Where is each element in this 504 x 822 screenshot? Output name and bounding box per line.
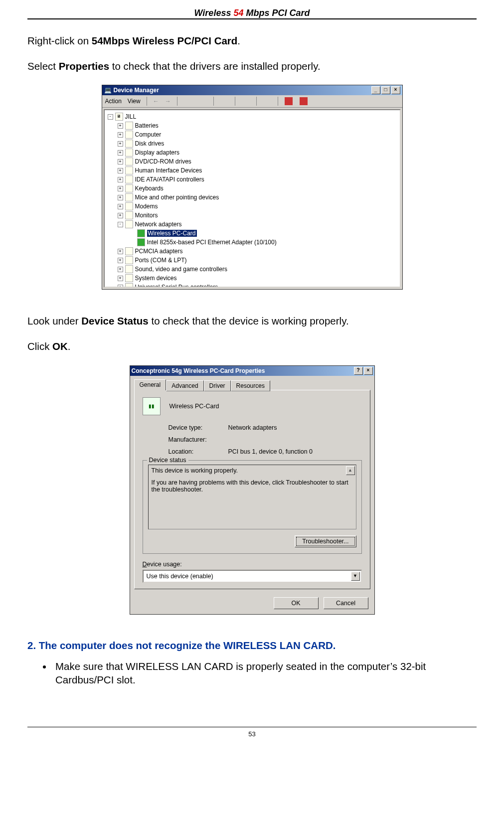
maximize-button[interactable]: □ [381, 86, 390, 94]
item-label: Universal Serial Bus controllers [135, 284, 218, 288]
device-icon [125, 131, 133, 139]
close-button[interactable]: × [391, 86, 400, 94]
tree-item[interactable]: +PCMCIA adapters [108, 247, 400, 256]
device-icon [125, 283, 133, 288]
tree-item[interactable]: +Human Interface Devices [108, 166, 400, 175]
list-item: Make sure that WIRELESS LAN CARD is prop… [52, 659, 477, 687]
figure-device-manager: 💻 Device Manager _ □ × Action View ← → [27, 85, 477, 290]
device-icon [125, 166, 133, 174]
tree-item[interactable]: +Computer [108, 130, 400, 139]
device-usage-select[interactable]: Use this device (enable) ▼ [143, 570, 362, 583]
expand-icon[interactable]: + [118, 150, 123, 156]
expand-icon[interactable]: + [118, 267, 123, 272]
tree-item[interactable]: +Modems [108, 202, 400, 211]
adapter-icon [137, 238, 145, 246]
separator [177, 97, 177, 106]
item-label: DVD/CD-ROM drives [135, 158, 191, 165]
tree-item[interactable]: +DVD/CD-ROM drives [108, 157, 400, 166]
toolbar-icon[interactable] [241, 97, 250, 106]
expand-icon[interactable]: + [118, 249, 123, 254]
tree-item[interactable]: +Ports (COM & LPT) [108, 256, 400, 265]
device-big-icon: ▮▮ [143, 397, 161, 415]
computer-icon: 🖥 [115, 113, 123, 121]
expand-icon[interactable]: + [118, 186, 123, 191]
back-icon[interactable]: ← [153, 98, 159, 105]
tree-item[interactable]: +Monitors [108, 211, 400, 220]
header-suffix: Mbps PCI Card [243, 8, 310, 18]
expand-icon[interactable]: + [118, 285, 123, 288]
expand-icon[interactable]: + [118, 159, 123, 164]
tab-general[interactable]: General [134, 379, 167, 390]
toolbar-icon[interactable] [198, 97, 207, 106]
expand-icon[interactable]: + [118, 195, 123, 200]
forward-icon[interactable]: → [165, 98, 171, 105]
device-icon [125, 122, 133, 130]
device-info: Device type:Network adapters Manufacture… [143, 424, 362, 455]
device-name: Wireless PC-Card [169, 403, 219, 410]
tree-item-selected[interactable]: Wireless PC-Card [108, 229, 400, 238]
device-icon [125, 247, 133, 255]
device-icon [125, 256, 133, 264]
expand-icon[interactable]: + [118, 258, 123, 263]
tree-item[interactable]: +Mice and other pointing devices [108, 193, 400, 202]
tree-item[interactable]: Intel 8255x-based PCI Ethernet Adapter (… [108, 238, 400, 247]
status-line: This device is working properly. [152, 467, 353, 474]
separator [256, 97, 257, 106]
minimize-button[interactable]: _ [371, 86, 380, 94]
tab-resources[interactable]: Resources [231, 380, 270, 391]
txt: Look under [27, 315, 81, 327]
header-highlight: 54 [233, 8, 243, 18]
label-manufacturer: Manufacturer: [168, 436, 228, 443]
device-tree[interactable]: - 🖥 JILL +Batteries +Computer +Disk driv… [104, 109, 401, 288]
status-line: If you are having problems with this dev… [152, 479, 353, 493]
expand-icon[interactable]: + [118, 213, 123, 218]
tree-item[interactable]: +Sound, video and game controllers [108, 265, 400, 274]
expand-icon[interactable]: + [118, 132, 123, 138]
tree-item[interactable]: +Universal Serial Bus controllers [108, 283, 400, 288]
chevron-down-icon[interactable]: ▼ [351, 572, 360, 581]
device-icon [125, 193, 133, 201]
tree-item[interactable]: +Display adapters [108, 148, 400, 157]
toolbar-icon[interactable] [263, 97, 272, 106]
expand-icon[interactable]: + [118, 141, 123, 147]
txt: Select [27, 60, 59, 72]
item-label: Network adapters [135, 221, 182, 228]
tree-item-network[interactable]: -Network adapters [108, 220, 400, 229]
toolbar-icon[interactable] [183, 97, 192, 106]
scroll-up-icon[interactable]: ▲ [346, 466, 355, 475]
item-label: Modems [135, 203, 158, 210]
toolbar-icon[interactable] [220, 97, 229, 106]
item-label: IDE ATA/ATAPI controllers [135, 176, 204, 183]
troubleshooter-button[interactable]: Troubleshooter... [295, 535, 356, 547]
cancel-button[interactable]: Cancel [324, 597, 368, 609]
expand-icon[interactable]: + [118, 168, 123, 173]
toolbar-icon[interactable] [299, 97, 308, 106]
ok-button[interactable]: OK [274, 597, 319, 609]
collapse-icon[interactable]: - [118, 222, 123, 227]
expand-icon[interactable]: + [118, 204, 123, 209]
tree-root[interactable]: - 🖥 JILL [108, 112, 400, 121]
window-title: Conceptronic 54g Wireless PC-Card Proper… [132, 367, 265, 374]
expand-icon[interactable]: + [118, 123, 123, 129]
item-label: Ports (COM & LPT) [135, 257, 187, 264]
help-button[interactable]: ? [354, 367, 363, 375]
item-label: Mice and other pointing devices [135, 194, 219, 201]
root-label: JILL [125, 113, 137, 120]
item-label: PCMCIA adapters [135, 248, 183, 255]
adapter-icon [137, 229, 145, 237]
expand-icon[interactable]: + [118, 276, 123, 281]
tree-item[interactable]: +System devices [108, 274, 400, 283]
close-button[interactable]: × [364, 367, 373, 375]
tab-driver[interactable]: Driver [204, 380, 231, 391]
collapse-icon[interactable]: - [108, 114, 113, 120]
tree-item[interactable]: +Batteries [108, 121, 400, 130]
tree-item[interactable]: +IDE ATA/ATAPI controllers [108, 175, 400, 184]
tab-advanced[interactable]: Advanced [166, 380, 203, 391]
menu-action[interactable]: Action [105, 98, 122, 105]
menu-view[interactable]: View [128, 98, 141, 105]
expand-icon[interactable]: + [118, 177, 123, 182]
toolbar-icon[interactable] [284, 97, 293, 106]
device-icon [125, 211, 133, 219]
tree-item[interactable]: +Disk drives [108, 139, 400, 148]
tree-item[interactable]: +Keyboards [108, 184, 400, 193]
